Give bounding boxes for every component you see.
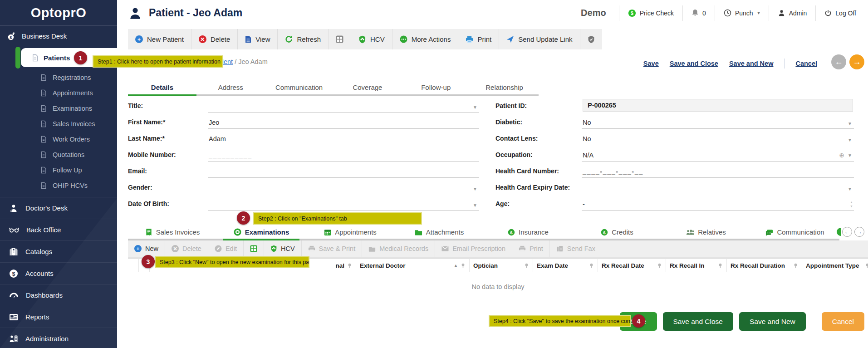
filter-icon[interactable] <box>718 263 723 268</box>
tab-follow-up[interactable]: Follow-up <box>402 80 470 94</box>
email-prescription-button[interactable]: Email Prescription <box>435 240 512 257</box>
print-button[interactable]: Print <box>512 240 550 257</box>
grid-view-button[interactable] <box>329 29 351 49</box>
tab-communication[interactable]: Communication <box>265 80 333 94</box>
sidebar-item-reports[interactable]: Reports <box>0 306 117 328</box>
email-field[interactable] <box>208 162 479 178</box>
sidebar-item-doctors-desk[interactable]: Doctor's Desk <box>0 197 117 219</box>
age-spinner[interactable]: - ▲▼ <box>582 194 854 211</box>
sidebar-item-business-desk[interactable]: $ Business Desk <box>0 26 117 46</box>
new-examination-button[interactable]: + New <box>128 240 165 257</box>
send-update-link-button[interactable]: Send Update Link <box>499 29 580 49</box>
filter-icon[interactable] <box>589 263 594 268</box>
grid-col-optician[interactable]: Optician <box>470 259 533 272</box>
filter-icon[interactable] <box>347 263 352 268</box>
new-patient-button[interactable]: + New Patient <box>128 29 191 49</box>
price-check-button[interactable]: $ Price Check <box>619 5 682 21</box>
chevron-down-icon[interactable]: ▼ <box>473 186 478 191</box>
spinner-arrows-icon[interactable]: ▲▼ <box>850 201 853 208</box>
tab-relatives[interactable]: Relatives <box>662 225 750 239</box>
grid-col-rx-recall-in[interactable]: Rx Recall In <box>666 259 727 272</box>
sidebar-item-sales-invoices[interactable]: Sales Invoices <box>0 116 117 132</box>
chevron-down-icon[interactable]: ▼ <box>848 137 853 142</box>
tab-appointments[interactable]: Appointments <box>306 225 395 239</box>
tab-attachments[interactable]: Attachments <box>395 225 484 239</box>
grid-col-external-doctor[interactable]: External Doctor ▲ <box>356 259 470 272</box>
sidebar-item-quotations[interactable]: Quotations <box>0 147 117 162</box>
cancel-link[interactable]: Cancel <box>795 60 817 67</box>
grid-col-rx-recall-date[interactable]: Rx Recall Date <box>598 259 666 272</box>
tab-sales-invoices[interactable]: Sales Invoices <box>128 225 217 239</box>
chevron-down-icon[interactable]: ▼ <box>848 186 853 191</box>
save-and-close-button[interactable]: Save and Close <box>663 312 733 331</box>
tab-communication[interactable]: Communication <box>750 225 839 239</box>
tab-relationship[interactable]: Relationship <box>470 80 539 94</box>
sidebar-item-registrations[interactable]: Registrations <box>0 70 117 85</box>
health-card-expiry-select[interactable]: ▼ <box>582 178 854 194</box>
filter-icon[interactable] <box>793 263 798 268</box>
first-name-field[interactable]: Jeo <box>208 113 479 129</box>
chevron-down-icon[interactable]: ▼ <box>473 203 478 208</box>
hcv-button[interactable]: HCV <box>351 29 392 49</box>
app-logo[interactable]: OptoprO <box>0 0 117 26</box>
add-occupation-icon[interactable]: ⊕ <box>839 152 844 159</box>
sidebar-item-examinations[interactable]: Examinations <box>0 101 117 116</box>
chevron-down-icon[interactable]: ▼ <box>848 153 853 158</box>
tab-coverage[interactable]: Coverage <box>333 80 402 94</box>
sidebar-item-administration[interactable]: Administration <box>0 328 117 348</box>
chevron-down-icon[interactable]: ▼ <box>473 105 478 110</box>
sidebar-item-accounts[interactable]: $ Accounts <box>0 263 117 284</box>
delete-button[interactable]: ✕ Delete <box>191 29 238 49</box>
print-button[interactable]: Print <box>458 29 499 49</box>
title-select[interactable]: ▼ <box>208 96 479 113</box>
security-button[interactable] <box>580 29 602 49</box>
edit-examination-button[interactable]: Edit <box>208 240 244 257</box>
medical-records-button[interactable]: Medical Records <box>362 240 435 257</box>
filter-icon[interactable] <box>461 263 466 268</box>
grid-col-appointment-type[interactable]: Appointment Type <box>802 259 868 272</box>
refresh-button[interactable]: Refresh <box>278 29 329 49</box>
mobile-number-field[interactable]: __________ <box>208 145 479 162</box>
health-card-number-field[interactable]: ____-___-___-__ <box>582 162 854 178</box>
sidebar-item-appointments[interactable]: Appointments <box>0 85 117 101</box>
next-record-button[interactable]: → <box>849 54 864 69</box>
occupation-select[interactable]: N/A ⊕▼ <box>582 145 854 162</box>
cancel-button[interactable]: Cancel <box>822 312 864 331</box>
save-and-print-button[interactable]: Save & Print <box>302 240 363 257</box>
sidebar-item-catalogs[interactable]: Catalogs <box>0 241 117 263</box>
diabetic-select[interactable]: No▼ <box>582 113 854 129</box>
date-of-birth-picker[interactable]: ▼ <box>208 194 479 211</box>
chevron-down-icon[interactable]: ▼ <box>848 121 853 126</box>
sidebar-item-work-orders[interactable]: Work Orders <box>0 132 117 147</box>
scroll-tabs-right-button[interactable]: → <box>854 227 864 237</box>
notifications-button[interactable]: 0 <box>682 5 715 21</box>
grid-col-exam-date[interactable]: Exam Date <box>533 259 598 272</box>
save-link[interactable]: Save <box>643 60 659 67</box>
send-fax-button[interactable]: Send Fax <box>550 240 602 257</box>
save-and-close-link[interactable]: Save and Close <box>670 60 718 67</box>
tab-details[interactable]: Details <box>128 80 196 94</box>
punch-button[interactable]: Punch ▾ <box>715 5 769 21</box>
filter-icon[interactable] <box>524 263 529 268</box>
gender-select[interactable]: ▼ <box>208 178 479 194</box>
grid-col-rx-recall-duration[interactable]: Rx Recall Duration <box>727 259 802 272</box>
scroll-tabs-left-button[interactable]: ← <box>842 227 852 237</box>
tab-insurance[interactable]: $ Insurance <box>484 225 573 239</box>
delete-examination-button[interactable]: ✕ Delete <box>165 240 208 257</box>
hcv-button[interactable]: HCV <box>264 240 302 257</box>
logoff-button[interactable]: Log Off <box>815 5 868 21</box>
save-and-new-link[interactable]: Save and New <box>729 60 774 67</box>
contact-lens-select[interactable]: No▼ <box>582 129 854 145</box>
save-and-new-button[interactable]: Save and New <box>739 312 806 331</box>
sidebar-item-back-office[interactable]: Back Office <box>0 219 117 241</box>
grid-view-button[interactable] <box>244 240 264 257</box>
filter-icon[interactable] <box>657 263 662 268</box>
sidebar-item-ohip-hcvs[interactable]: OHIP HCVs <box>0 178 117 193</box>
previous-record-button[interactable]: ← <box>831 54 846 69</box>
tab-examinations[interactable]: Examinations <box>217 225 306 239</box>
more-actions-button[interactable]: More Actions <box>392 29 459 49</box>
admin-menu-button[interactable]: Admin <box>769 5 816 21</box>
sidebar-item-dashboards[interactable]: Dashboards <box>0 284 117 306</box>
tab-address[interactable]: Address <box>196 80 265 94</box>
filter-icon[interactable] <box>865 263 868 268</box>
